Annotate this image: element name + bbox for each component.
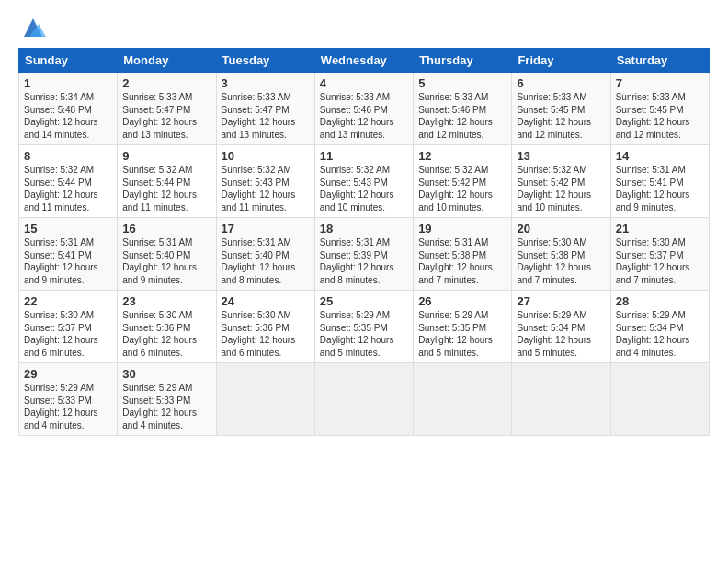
day-info: Sunrise: 5:31 AMSunset: 5:41 PMDaylight:… <box>616 164 704 213</box>
day-number: 17 <box>222 222 310 236</box>
day-number: 11 <box>320 149 408 163</box>
day-info: Sunrise: 5:29 AMSunset: 5:34 PMDaylight:… <box>616 309 704 359</box>
weekday-header-monday: Monday <box>118 49 216 73</box>
calendar-cell: 11Sunrise: 5:32 AMSunset: 5:43 PMDayligh… <box>314 145 413 218</box>
calendar-cell: 24Sunrise: 5:30 AMSunset: 5:36 PMDayligh… <box>216 291 314 363</box>
day-info: Sunrise: 5:33 AMSunset: 5:46 PMDaylight:… <box>418 91 506 141</box>
day-number: 25 <box>320 294 408 308</box>
day-info: Sunrise: 5:29 AMSunset: 5:33 PMDaylight:… <box>24 382 112 431</box>
day-info: Sunrise: 5:31 AMSunset: 5:39 PMDaylight:… <box>320 236 408 286</box>
day-number: 3 <box>222 76 310 90</box>
calendar-cell: 30Sunrise: 5:29 AMSunset: 5:33 PMDayligh… <box>118 363 216 436</box>
weekday-header-friday: Friday <box>512 49 610 73</box>
day-info: Sunrise: 5:31 AMSunset: 5:40 PMDaylight:… <box>222 236 310 286</box>
calendar-cell: 15Sunrise: 5:31 AMSunset: 5:41 PMDayligh… <box>19 218 118 291</box>
calendar-cell: 20Sunrise: 5:30 AMSunset: 5:38 PMDayligh… <box>512 218 610 291</box>
calendar-cell: 10Sunrise: 5:32 AMSunset: 5:43 PMDayligh… <box>216 145 314 218</box>
calendar-row-3: 15Sunrise: 5:31 AMSunset: 5:41 PMDayligh… <box>19 218 710 291</box>
day-info: Sunrise: 5:33 AMSunset: 5:45 PMDaylight:… <box>616 91 704 141</box>
calendar-table: SundayMondayTuesdayWednesdayThursdayFrid… <box>18 48 710 436</box>
calendar-cell: 22Sunrise: 5:30 AMSunset: 5:37 PMDayligh… <box>19 291 118 363</box>
day-number: 20 <box>517 222 605 236</box>
day-number: 7 <box>616 76 704 90</box>
day-info: Sunrise: 5:32 AMSunset: 5:43 PMDaylight:… <box>320 164 408 213</box>
weekday-header-thursday: Thursday <box>414 49 512 73</box>
day-info: Sunrise: 5:33 AMSunset: 5:47 PMDaylight:… <box>122 91 210 141</box>
calendar-cell: 7Sunrise: 5:33 AMSunset: 5:45 PMDaylight… <box>610 73 709 145</box>
day-info: Sunrise: 5:32 AMSunset: 5:43 PMDaylight:… <box>222 164 310 213</box>
day-info: Sunrise: 5:32 AMSunset: 5:42 PMDaylight:… <box>418 164 506 213</box>
day-number: 2 <box>122 76 210 90</box>
day-number: 30 <box>122 367 210 381</box>
day-info: Sunrise: 5:31 AMSunset: 5:40 PMDaylight:… <box>122 236 210 286</box>
logo <box>18 15 46 40</box>
day-info: Sunrise: 5:30 AMSunset: 5:36 PMDaylight:… <box>222 309 310 359</box>
calendar-cell: 23Sunrise: 5:30 AMSunset: 5:36 PMDayligh… <box>118 291 216 363</box>
calendar-cell: 12Sunrise: 5:32 AMSunset: 5:42 PMDayligh… <box>414 145 512 218</box>
calendar-cell: 9Sunrise: 5:32 AMSunset: 5:44 PMDaylight… <box>118 145 216 218</box>
calendar-cell: 25Sunrise: 5:29 AMSunset: 5:35 PMDayligh… <box>314 291 413 363</box>
weekday-header-sunday: Sunday <box>19 49 118 73</box>
calendar-cell: 13Sunrise: 5:32 AMSunset: 5:42 PMDayligh… <box>512 145 610 218</box>
weekday-header-row: SundayMondayTuesdayWednesdayThursdayFrid… <box>19 49 710 73</box>
calendar-cell <box>414 363 512 436</box>
day-info: Sunrise: 5:31 AMSunset: 5:38 PMDaylight:… <box>418 236 506 286</box>
calendar-cell: 27Sunrise: 5:29 AMSunset: 5:34 PMDayligh… <box>512 291 610 363</box>
calendar-row-1: 1Sunrise: 5:34 AMSunset: 5:48 PMDaylight… <box>19 73 710 145</box>
weekday-header-wednesday: Wednesday <box>314 49 413 73</box>
day-info: Sunrise: 5:29 AMSunset: 5:34 PMDaylight:… <box>517 309 605 359</box>
day-number: 23 <box>122 294 210 308</box>
calendar-cell <box>216 363 314 436</box>
day-number: 24 <box>222 294 310 308</box>
calendar-cell: 29Sunrise: 5:29 AMSunset: 5:33 PMDayligh… <box>19 363 118 436</box>
calendar-row-4: 22Sunrise: 5:30 AMSunset: 5:37 PMDayligh… <box>19 291 710 363</box>
calendar-cell: 16Sunrise: 5:31 AMSunset: 5:40 PMDayligh… <box>118 218 216 291</box>
logo-icon <box>20 15 46 40</box>
day-info: Sunrise: 5:30 AMSunset: 5:36 PMDaylight:… <box>122 309 210 359</box>
day-info: Sunrise: 5:30 AMSunset: 5:38 PMDaylight:… <box>517 236 605 286</box>
day-info: Sunrise: 5:29 AMSunset: 5:33 PMDaylight:… <box>122 382 210 431</box>
calendar-cell: 18Sunrise: 5:31 AMSunset: 5:39 PMDayligh… <box>314 218 413 291</box>
day-number: 14 <box>616 149 704 163</box>
day-number: 6 <box>517 76 605 90</box>
weekday-header-tuesday: Tuesday <box>216 49 314 73</box>
calendar-cell: 3Sunrise: 5:33 AMSunset: 5:47 PMDaylight… <box>216 73 314 145</box>
calendar-cell: 8Sunrise: 5:32 AMSunset: 5:44 PMDaylight… <box>19 145 118 218</box>
day-number: 22 <box>24 294 112 308</box>
calendar-cell <box>512 363 610 436</box>
calendar-cell: 19Sunrise: 5:31 AMSunset: 5:38 PMDayligh… <box>414 218 512 291</box>
day-info: Sunrise: 5:31 AMSunset: 5:41 PMDaylight:… <box>24 236 112 286</box>
day-info: Sunrise: 5:32 AMSunset: 5:44 PMDaylight:… <box>122 164 210 213</box>
calendar-cell: 17Sunrise: 5:31 AMSunset: 5:40 PMDayligh… <box>216 218 314 291</box>
page-header <box>18 15 710 40</box>
day-number: 15 <box>24 222 112 236</box>
calendar-cell: 2Sunrise: 5:33 AMSunset: 5:47 PMDaylight… <box>118 73 216 145</box>
day-info: Sunrise: 5:30 AMSunset: 5:37 PMDaylight:… <box>24 309 112 359</box>
calendar-cell: 1Sunrise: 5:34 AMSunset: 5:48 PMDaylight… <box>19 73 118 145</box>
day-number: 9 <box>122 149 210 163</box>
day-info: Sunrise: 5:33 AMSunset: 5:47 PMDaylight:… <box>222 91 310 141</box>
calendar-cell: 5Sunrise: 5:33 AMSunset: 5:46 PMDaylight… <box>414 73 512 145</box>
day-number: 19 <box>418 222 506 236</box>
weekday-header-saturday: Saturday <box>610 49 709 73</box>
day-number: 12 <box>418 149 506 163</box>
day-info: Sunrise: 5:29 AMSunset: 5:35 PMDaylight:… <box>320 309 408 359</box>
calendar-cell: 28Sunrise: 5:29 AMSunset: 5:34 PMDayligh… <box>610 291 709 363</box>
calendar-cell <box>314 363 413 436</box>
day-number: 21 <box>616 222 704 236</box>
day-info: Sunrise: 5:33 AMSunset: 5:46 PMDaylight:… <box>320 91 408 141</box>
day-number: 29 <box>24 367 112 381</box>
day-info: Sunrise: 5:32 AMSunset: 5:42 PMDaylight:… <box>517 164 605 213</box>
day-number: 1 <box>24 76 112 90</box>
calendar-cell: 4Sunrise: 5:33 AMSunset: 5:46 PMDaylight… <box>314 73 413 145</box>
calendar-row-5: 29Sunrise: 5:29 AMSunset: 5:33 PMDayligh… <box>19 363 710 436</box>
calendar-cell: 14Sunrise: 5:31 AMSunset: 5:41 PMDayligh… <box>610 145 709 218</box>
day-number: 5 <box>418 76 506 90</box>
calendar-cell: 6Sunrise: 5:33 AMSunset: 5:45 PMDaylight… <box>512 73 610 145</box>
day-info: Sunrise: 5:34 AMSunset: 5:48 PMDaylight:… <box>24 91 112 141</box>
day-number: 27 <box>517 294 605 308</box>
day-number: 13 <box>517 149 605 163</box>
day-number: 8 <box>24 149 112 163</box>
day-info: Sunrise: 5:30 AMSunset: 5:37 PMDaylight:… <box>616 236 704 286</box>
calendar-cell <box>610 363 709 436</box>
